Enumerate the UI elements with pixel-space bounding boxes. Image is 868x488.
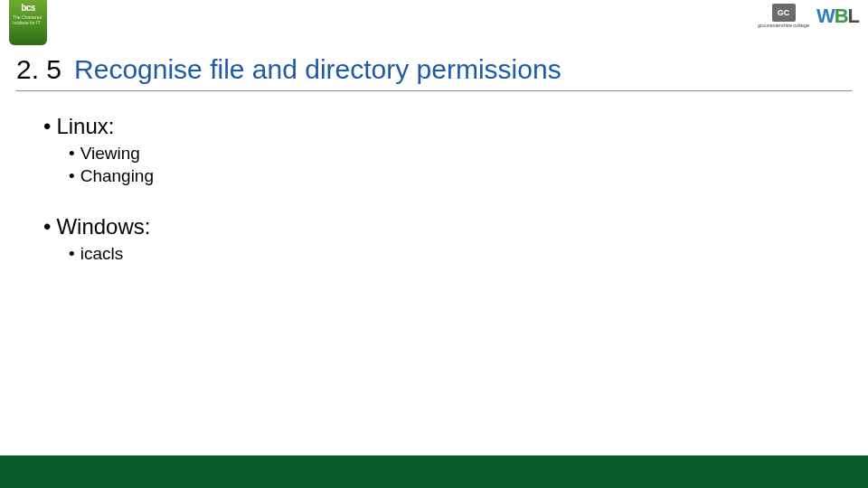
section-heading: Linux: bbox=[56, 114, 114, 139]
section-item: Changing bbox=[80, 165, 154, 188]
gc-logo: GC gloucestershire college bbox=[758, 4, 809, 28]
bullet-lvl1: • Linux: bbox=[43, 114, 832, 139]
bcs-logo-label: bcs bbox=[9, 0, 47, 13]
section-item: icacls bbox=[80, 243, 124, 266]
slide: bcs The Chartered Institute for IT GC gl… bbox=[0, 0, 868, 488]
title-row: 2. 5 Recognise file and directory permis… bbox=[16, 54, 852, 91]
bullet-icon: • bbox=[43, 214, 51, 239]
body-content: • Linux: • Viewing • Changing • Windows:… bbox=[43, 108, 832, 266]
bullet-icon: • bbox=[69, 165, 75, 188]
bullet-lvl1: • Windows: bbox=[43, 214, 832, 239]
footer-bar bbox=[0, 455, 868, 488]
bullet-icon: • bbox=[69, 143, 75, 165]
bullet-lvl2: • Viewing bbox=[69, 143, 832, 165]
wbl-w: W bbox=[816, 5, 835, 28]
bcs-logo: bcs The Chartered Institute for IT bbox=[9, 0, 47, 45]
wbl-logo: W B L bbox=[816, 5, 859, 28]
bullet-icon: • bbox=[69, 243, 75, 266]
section-item: Viewing bbox=[80, 143, 140, 165]
section-heading: Windows: bbox=[56, 214, 150, 239]
bullet-icon: • bbox=[43, 114, 51, 139]
bullet-lvl2: • Changing bbox=[69, 165, 832, 188]
wbl-b: B bbox=[835, 5, 848, 28]
bcs-logo-sub: The Chartered Institute for IT bbox=[9, 13, 47, 27]
gc-logo-label: GC bbox=[772, 4, 796, 22]
gc-logo-sub: gloucestershire college bbox=[758, 23, 809, 28]
title-number: 2. 5 bbox=[16, 54, 61, 85]
logos-right: GC gloucestershire college W B L bbox=[758, 4, 859, 28]
title-text: Recognise file and directory permissions bbox=[74, 54, 561, 85]
bullet-lvl2: • icacls bbox=[69, 243, 832, 266]
wbl-l: L bbox=[848, 5, 859, 28]
